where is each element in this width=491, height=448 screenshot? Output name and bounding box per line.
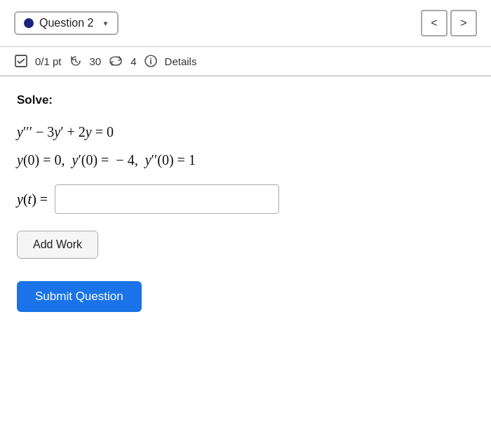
equation2: y(0) = 0, y′(0) = − 4, y′′(0) = 1 xyxy=(17,149,474,170)
main-container: Question 2 ▼ < > 0/1 pt 30 xyxy=(0,0,491,448)
checkbox-icon xyxy=(14,54,28,68)
header-row: Question 2 ▼ < > xyxy=(0,0,491,47)
answer-label: y(t) = xyxy=(17,191,48,208)
svg-line-2 xyxy=(76,62,77,63)
retry-num: 4 xyxy=(130,55,136,67)
question-label: Question 2 xyxy=(39,17,93,29)
score-text: 0/1 pt xyxy=(35,55,62,67)
svg-point-5 xyxy=(150,58,152,60)
answer-input[interactable] xyxy=(55,184,279,214)
history-num: 30 xyxy=(90,55,102,67)
nav-buttons: < > xyxy=(421,10,477,36)
solve-label: Solve: xyxy=(17,93,474,107)
equation2-text: y(0) = 0, y′(0) = − 4, y′′(0) = 1 xyxy=(17,152,196,168)
equation1-text: y′′′ − 3y′ + 2y = 0 xyxy=(17,124,114,140)
svg-rect-0 xyxy=(15,55,27,67)
main-content: Solve: y′′′ − 3y′ + 2y = 0 y(0) = 0, y′(… xyxy=(0,76,491,329)
submit-question-button[interactable]: Submit Question xyxy=(17,281,142,312)
nav-prev-button[interactable]: < xyxy=(421,10,448,36)
nav-next-button[interactable]: > xyxy=(450,10,477,36)
dropdown-arrow-icon: ▼ xyxy=(102,20,109,27)
details-link[interactable]: Details xyxy=(165,55,197,67)
retry-icon xyxy=(108,54,123,68)
info-icon xyxy=(144,54,158,68)
history-icon xyxy=(69,54,83,68)
answer-row: y(t) = xyxy=(17,184,474,214)
question-dot-icon xyxy=(24,18,34,28)
equation1: y′′′ − 3y′ + 2y = 0 xyxy=(17,121,474,142)
add-work-button[interactable]: Add Work xyxy=(17,231,98,259)
buttons-section: Add Work Submit Question xyxy=(17,231,474,312)
score-row: 0/1 pt 30 4 xyxy=(0,47,491,76)
question-selector[interactable]: Question 2 ▼ xyxy=(14,11,119,35)
